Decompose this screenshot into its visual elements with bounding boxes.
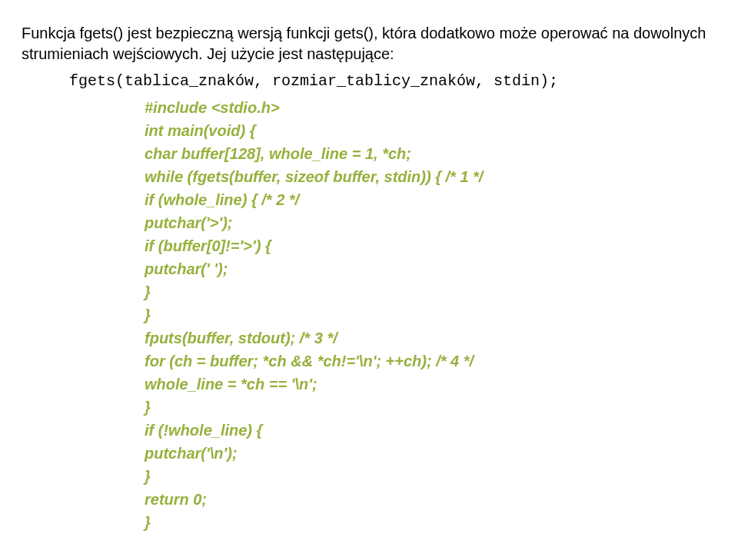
- code-row: fputs(buffer, stdout); /* 3 */: [145, 326, 716, 350]
- code-row: if (!whole_line) {: [145, 419, 716, 442]
- usage-syntax: fgets(tablica_znaków, rozmiar_tablicy_zn…: [69, 71, 716, 91]
- code-row: }: [145, 280, 716, 303]
- code-row: }: [145, 303, 716, 326]
- code-row: return 0;: [145, 488, 716, 511]
- code-row: char buffer[128], whole_line = 1, *ch;: [145, 142, 716, 165]
- code-row: putchar('\n');: [145, 442, 716, 465]
- code-row: int main(void) {: [145, 119, 716, 142]
- code-row: #include <stdio.h>: [145, 96, 716, 119]
- code-row: whole_line = *ch == '\n';: [145, 373, 716, 396]
- code-row: }: [145, 511, 716, 534]
- code-row: putchar(' ');: [145, 257, 716, 280]
- code-row: }: [145, 465, 716, 488]
- code-row: while (fgets(buffer, sizeof buffer, stdi…: [145, 165, 716, 188]
- code-example: #include <stdio.h> int main(void) { char…: [145, 96, 716, 534]
- code-row: putchar('>');: [145, 211, 716, 234]
- code-row: for (ch = buffer; *ch && *ch!='\n'; ++ch…: [145, 350, 716, 373]
- code-row: if (whole_line) { /* 2 */: [145, 188, 716, 211]
- code-row: }: [145, 396, 716, 419]
- code-row: if (buffer[0]!='>') {: [145, 234, 716, 257]
- intro-paragraph: Funkcja fgets() jest bezpieczną wersją f…: [22, 23, 716, 65]
